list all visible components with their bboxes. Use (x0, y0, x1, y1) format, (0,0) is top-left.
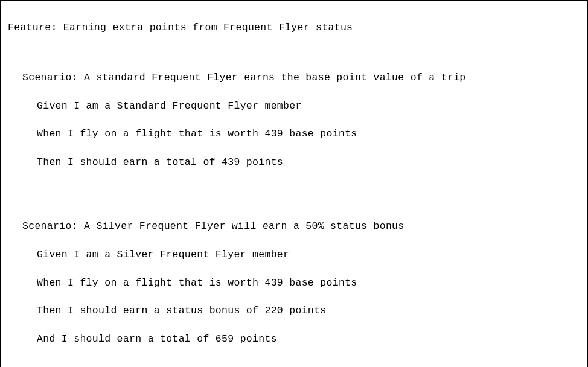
step-line: Given I am a Standard Frequent Flyer mem… (8, 99, 580, 113)
feature-keyword: Feature: (8, 22, 57, 33)
step-line: Then I should earn a status bonus of 220… (8, 304, 580, 318)
feature-title: Earning extra points from Frequent Flyer… (63, 22, 353, 33)
scenario-title: A Silver Frequent Flyer will earn a 50% … (84, 220, 404, 232)
step-line: Given I am a Silver Frequent Flyer membe… (8, 247, 580, 261)
step-line: Then I should earn a total of 439 points (8, 155, 580, 169)
scenario-keyword: Scenario: (22, 220, 78, 232)
scenario-block: Scenario: A Silver Frequent Flyer will e… (8, 205, 580, 360)
gherkin-feature-file: Feature: Earning extra points from Frequ… (0, 0, 588, 367)
step-line: When I fly on a flight that is worth 439… (8, 276, 580, 290)
step-line: And I should earn a total of 659 points (8, 332, 580, 346)
scenario-title: A standard Frequent Flyer earns the base… (84, 72, 466, 83)
scenario-title-line: Scenario: A Silver Frequent Flyer will e… (8, 219, 580, 233)
scenario-block: Scenario: A standard Frequent Flyer earn… (8, 56, 580, 183)
feature-line: Feature: Earning extra points from Frequ… (8, 21, 580, 34)
scenario-keyword: Scenario: (22, 72, 78, 83)
step-line: When I fly on a flight that is worth 439… (8, 127, 580, 141)
scenario-title-line: Scenario: A standard Frequent Flyer earn… (8, 71, 580, 85)
